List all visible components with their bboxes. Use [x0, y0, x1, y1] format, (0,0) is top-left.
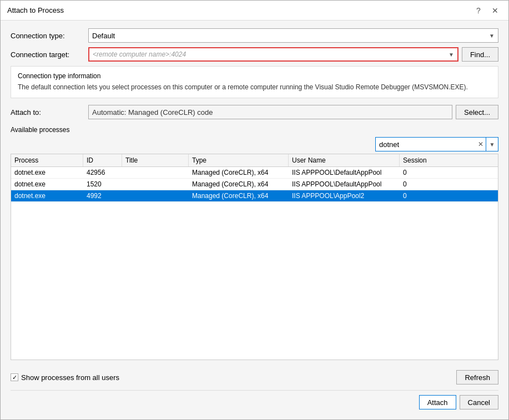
cell-session: 0 [400, 179, 439, 190]
attach-to-input: Automatic: Managed (CoreCLR) code [88, 105, 452, 119]
connection-target-control: <remote computer name>:4024 ▼ Find... [88, 47, 498, 62]
search-row: ✕ ▼ [11, 137, 498, 151]
cell-session: 0 [400, 167, 439, 178]
cell-id: 42956 [83, 167, 122, 178]
header-username: User Name [289, 154, 400, 166]
cell-username: IIS APPPOOL\DefaultAppPool [289, 167, 400, 178]
show-processes-label: Show processes from all users [21, 373, 119, 382]
help-button[interactable]: ? [472, 4, 485, 17]
cell-username: IIS APPPOOL\DefaultAppPool [289, 179, 400, 190]
header-id: ID [83, 154, 122, 166]
search-input[interactable] [376, 140, 476, 149]
cell-username: IIS APPPOOL\AppPool2 [289, 190, 400, 201]
cell-process: dotnet.exe [11, 190, 83, 201]
cancel-button[interactable]: Cancel [460, 395, 498, 409]
connection-target-label: Connection target: [11, 50, 88, 59]
cell-type: Managed (CoreCLR), x64 [189, 167, 289, 178]
cell-session: 0 [400, 190, 439, 201]
select-button[interactable]: Select... [456, 105, 498, 119]
process-table: Process ID Title Type User Name Session … [11, 154, 498, 360]
processes-area: Available processes ✕ ▼ Process ID Title… [11, 126, 498, 366]
table-row[interactable]: dotnet.exe 1520 Managed (CoreCLR), x64 I… [11, 179, 498, 190]
cell-title [122, 179, 189, 190]
connection-type-label: Connection type: [11, 32, 88, 40]
cell-process: dotnet.exe [11, 179, 83, 190]
bottom-section: ✓ Show processes from all users Refresh … [11, 366, 498, 412]
header-process: Process [11, 154, 83, 166]
close-button[interactable]: ✕ [488, 4, 502, 17]
chevron-down-icon: ▼ [489, 33, 495, 39]
title-bar: Attach to Process ? ✕ [1, 1, 508, 21]
search-input-wrap: ✕ [375, 137, 486, 151]
header-session: Session [400, 154, 439, 166]
table-header: Process ID Title Type User Name Session [11, 154, 498, 167]
connection-type-select[interactable]: Default ▼ [88, 28, 498, 43]
cell-type: Managed (CoreCLR), x64 [189, 179, 289, 190]
connection-target-value: <remote computer name>:4024 [93, 50, 186, 58]
find-button[interactable]: Find... [462, 47, 498, 62]
cell-process: dotnet.exe [11, 167, 83, 178]
attach-to-process-dialog: Attach to Process ? ✕ Connection type: D… [0, 0, 509, 420]
dialog-title: Attach to Process [7, 6, 64, 14]
attach-to-label: Attach to: [11, 108, 88, 117]
available-processes-label: Available processes [11, 126, 498, 134]
bottom-row: Attach Cancel [11, 390, 498, 412]
header-type: Type [189, 154, 289, 166]
connection-type-value: Default [92, 32, 115, 40]
cell-title [122, 167, 189, 178]
connection-type-row: Connection type: Default ▼ [11, 28, 498, 43]
bottom-right-buttons: Attach Cancel [419, 395, 498, 409]
info-section-text: The default connection lets you select p… [18, 82, 491, 92]
show-processes-wrap: ✓ Show processes from all users [11, 373, 119, 382]
cell-id: 4992 [83, 190, 122, 201]
show-processes-checkbox[interactable]: ✓ [11, 373, 18, 381]
cell-title [122, 190, 189, 201]
connection-target-row: Connection target: <remote computer name… [11, 47, 498, 62]
attach-to-value: Automatic: Managed (CoreCLR) code [92, 108, 213, 117]
dropdown-arrow-icon: ▼ [448, 52, 454, 58]
info-section-title: Connection type information [18, 72, 491, 80]
dialog-content: Connection type: Default ▼ Connection ta… [1, 21, 508, 419]
refresh-button[interactable]: Refresh [456, 370, 498, 384]
clear-search-button[interactable]: ✕ [476, 138, 486, 151]
search-dropdown-button[interactable]: ▼ [486, 137, 498, 151]
connection-target-input[interactable]: <remote computer name>:4024 ▼ [88, 47, 458, 62]
cell-type: Managed (CoreCLR), x64 [189, 190, 289, 201]
cell-id: 1520 [83, 179, 122, 190]
table-row-selected[interactable]: dotnet.exe 4992 Managed (CoreCLR), x64 I… [11, 190, 498, 202]
attach-button[interactable]: Attach [419, 395, 456, 409]
title-bar-controls: ? ✕ [472, 4, 502, 17]
connection-type-control: Default ▼ [88, 28, 498, 43]
header-title: Title [122, 154, 189, 166]
table-row[interactable]: dotnet.exe 42956 Managed (CoreCLR), x64 … [11, 167, 498, 179]
info-section: Connection type information The default … [11, 66, 498, 98]
attach-to-row: Attach to: Automatic: Managed (CoreCLR) … [11, 105, 498, 119]
